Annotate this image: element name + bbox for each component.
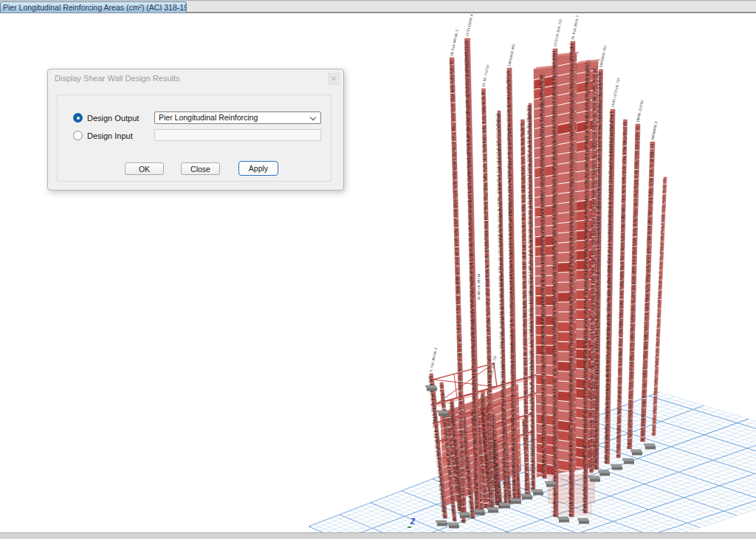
svg-text:10010018.9: 10010018.9 xyxy=(650,120,658,140)
support-pad xyxy=(487,507,498,513)
tab-bar: Pier Longitudinal Reinforcing Areas (cm²… xyxy=(0,0,756,13)
support-pad xyxy=(611,464,622,470)
support-pad xyxy=(532,490,543,495)
support-pad xyxy=(644,444,656,450)
design-output-radio[interactable] xyxy=(73,113,83,123)
support-pad xyxy=(557,517,569,523)
dialog-title: Display Shear Wall Design Results xyxy=(55,74,180,83)
support-pad xyxy=(473,509,485,515)
svg-text:14.49.7(172): 14.49.7(172) xyxy=(481,64,489,87)
close-button[interactable]: Close xyxy=(181,162,220,175)
close-icon[interactable]: ✕ xyxy=(328,73,340,85)
svg-text:9.7(0.85)16.2: 9.7(0.85)16.2 xyxy=(429,347,438,372)
pier-bar: (0.60) 9.718.9(170)(0.85) (172)(0.72) 16… xyxy=(603,109,615,464)
support-pad xyxy=(437,411,449,416)
apply-button[interactable]: Apply xyxy=(238,161,278,176)
svg-text:(172)13214.4: (172)13214.4 xyxy=(465,13,473,37)
design-input-field[interactable] xyxy=(154,129,321,141)
display-shear-wall-dialog: Display Shear Wall Design Results ✕ Desi… xyxy=(47,69,344,190)
status-bar xyxy=(0,532,756,539)
support-pad xyxy=(520,494,532,500)
support-pad xyxy=(622,459,634,464)
tab-pier-longitudinal-reinforcing[interactable]: Pier Longitudinal Reinforcing Areas (cm²… xyxy=(0,1,187,13)
pier-bar: 18.9 (0.85) (172)(0.60)132 16.2 120(0.72… xyxy=(551,49,558,517)
pier-bar: (0.73)120 (170)(0.60)25.0(0.60)25.0 (0.4… xyxy=(616,120,628,458)
support-pad xyxy=(498,503,510,509)
support-pad xyxy=(447,523,459,529)
svg-text:120120(0.25): 120120(0.25) xyxy=(599,45,607,68)
support-pad xyxy=(425,385,437,391)
svg-text:(0.60)(0.49)16: (0.60)(0.49)16 xyxy=(477,273,481,301)
pier-bar: 16.2 18.9 110 1009.7 (0.49) 16.2(0.73)13… xyxy=(568,41,575,517)
shear-wall-model: 100(0.25)(0.73)16.2(0.25)(0.60)14.4(0.49… xyxy=(425,13,667,528)
design-output-select[interactable]: Pier Longitudinal Reinforcing xyxy=(154,111,321,124)
design-input-label: Design Input xyxy=(87,131,133,140)
support-pad xyxy=(509,498,521,504)
svg-text:25.0(0.85)9.7: 25.0(0.85)9.7 xyxy=(571,15,580,40)
design-output-label: Design Output xyxy=(87,114,139,123)
y-axis-tick xyxy=(408,526,411,528)
support-pad xyxy=(598,470,610,476)
svg-text:(172)25.0(0.72): (172)25.0(0.72) xyxy=(553,18,563,47)
support-pad xyxy=(588,476,600,482)
support-pad xyxy=(630,450,642,456)
chevron-down-icon xyxy=(310,114,316,120)
support-pad xyxy=(545,481,557,487)
z-axis-label: Z xyxy=(410,518,415,526)
support-pad xyxy=(577,518,589,524)
pier-bar: 18.9110(172) (170)(170)16.218.9 (110)(0.… xyxy=(651,177,667,436)
svg-text:(110)(172)(0.72): (110)(172)(0.72) xyxy=(611,78,620,109)
design-input-radio[interactable] xyxy=(73,131,83,140)
svg-text:10016.2(170): 10016.2(170) xyxy=(636,100,644,123)
support-pad xyxy=(436,521,447,526)
svg-text:110120(0.85): 110120(0.85) xyxy=(507,44,515,66)
svg-text:18.9(0.60)16.2: 18.9(0.60)16.2 xyxy=(450,29,459,56)
support-pad xyxy=(458,512,470,518)
design-output-selected-value: Pier Longitudinal Reinforcing xyxy=(159,113,258,122)
svg-text:18.9110(172) (170)(170)16.218.: 18.9110(172) (170)(170)16.218.9 (110)(0.… xyxy=(651,179,666,436)
ok-button[interactable]: OK xyxy=(125,162,164,175)
